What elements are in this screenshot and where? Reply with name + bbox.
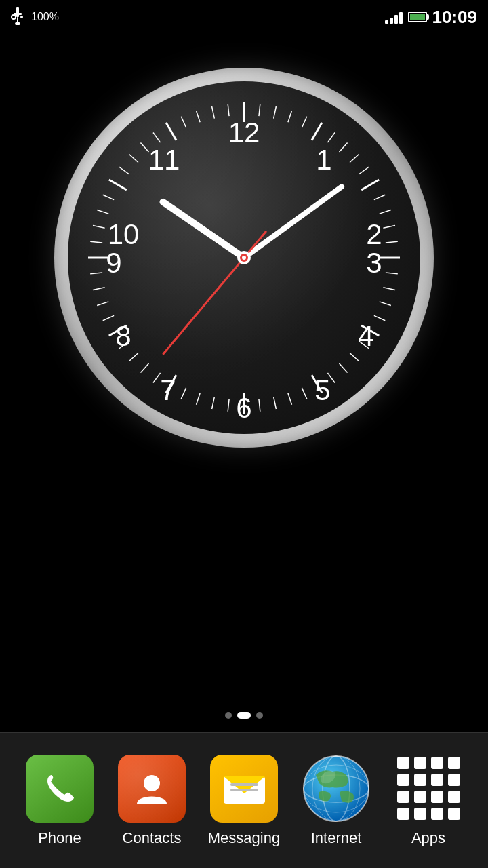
svg-line-20	[361, 180, 379, 190]
svg-rect-84	[230, 783, 258, 786]
clock-svg: 12 1 2 3 4 5 6 7 8 9 10 11	[68, 81, 420, 434]
svg-point-80	[242, 256, 246, 260]
svg-line-62	[103, 315, 114, 320]
svg-line-64	[93, 288, 105, 290]
status-right: 10:09	[385, 7, 478, 28]
status-left: 100%	[11, 7, 59, 26]
svg-line-26	[109, 326, 127, 336]
svg-text:12: 12	[228, 117, 260, 149]
svg-line-50	[302, 388, 306, 399]
svg-text:1: 1	[316, 144, 331, 176]
minute-hand	[244, 186, 342, 258]
svg-line-39	[380, 210, 391, 214]
svg-text:2: 2	[366, 218, 382, 250]
messaging-icon	[210, 755, 278, 823]
svg-line-41	[386, 241, 398, 243]
second-hand	[163, 232, 266, 354]
svg-line-33	[302, 117, 306, 127]
svg-line-43	[383, 288, 395, 290]
page-dot-2	[237, 712, 251, 719]
page-dot-1	[225, 712, 232, 719]
svg-line-73	[153, 133, 161, 143]
svg-line-49	[327, 373, 335, 383]
dock-item-contacts[interactable]: Contacts	[106, 755, 198, 847]
apps-label: Apps	[411, 829, 445, 847]
svg-line-34	[327, 133, 335, 143]
svg-line-45	[374, 315, 385, 320]
internet-icon	[302, 755, 370, 823]
svg-text:3: 3	[366, 247, 382, 279]
svg-line-54	[228, 399, 229, 412]
internet-label: Internet	[311, 829, 362, 847]
svg-line-31	[274, 106, 277, 119]
svg-line-36	[350, 154, 359, 162]
svg-line-46	[359, 341, 369, 349]
dock-item-phone[interactable]: Phone	[14, 755, 106, 847]
clock-outer-ring: 12 1 2 3 4 5 6 7 8 9 10 11	[54, 68, 434, 448]
svg-text:8: 8	[115, 320, 131, 352]
svg-line-44	[380, 302, 391, 306]
battery-icon	[408, 12, 427, 22]
svg-line-66	[90, 241, 102, 243]
page-indicator	[225, 712, 263, 719]
battery-percent-text: 100%	[31, 11, 59, 23]
svg-line-69	[103, 195, 114, 199]
signal-bars-icon	[385, 10, 403, 24]
svg-line-51	[288, 393, 292, 405]
svg-line-61	[119, 341, 129, 349]
contacts-label: Contacts	[123, 829, 182, 847]
svg-rect-0	[16, 7, 19, 17]
svg-point-2	[12, 15, 16, 19]
svg-point-79	[240, 254, 248, 262]
svg-line-77	[228, 104, 229, 116]
svg-line-67	[93, 226, 105, 229]
svg-line-63	[97, 302, 108, 306]
svg-line-55	[212, 397, 215, 409]
messaging-label: Messaging	[208, 829, 280, 847]
svg-line-71	[129, 154, 138, 162]
svg-line-48	[340, 363, 348, 372]
svg-point-3	[20, 16, 23, 18]
clock-face: 12 1 2 3 4 5 6 7 8 9 10 11	[68, 81, 420, 434]
phone-icon	[26, 755, 94, 823]
dock-item-messaging[interactable]: Messaging	[198, 755, 290, 847]
dock-item-internet[interactable]: Internet	[290, 755, 382, 847]
svg-line-29	[166, 123, 176, 140]
svg-line-25	[166, 375, 176, 393]
contacts-icon	[118, 755, 186, 823]
svg-line-53	[259, 399, 260, 412]
svg-line-59	[140, 363, 148, 372]
clock-widget[interactable]: 12 1 2 3 4 5 6 7 8 9 10 11	[54, 68, 434, 448]
svg-line-23	[312, 375, 322, 393]
svg-line-35	[340, 143, 348, 152]
svg-line-72	[140, 143, 148, 152]
svg-line-47	[350, 353, 359, 361]
svg-line-52	[274, 397, 277, 409]
svg-line-68	[97, 210, 108, 214]
svg-line-42	[386, 273, 398, 274]
phone-label: Phone	[38, 829, 81, 847]
svg-line-32	[288, 111, 292, 122]
svg-line-57	[181, 388, 186, 399]
svg-line-37	[359, 167, 369, 174]
dock-item-apps[interactable]: Apps	[382, 755, 474, 847]
svg-text:7: 7	[160, 374, 176, 406]
svg-line-38	[374, 195, 385, 199]
svg-text:11: 11	[148, 144, 180, 176]
hour-hand	[163, 202, 244, 258]
svg-line-70	[119, 167, 129, 174]
svg-rect-5	[15, 22, 20, 25]
svg-line-74	[181, 117, 186, 127]
svg-line-60	[129, 353, 138, 361]
svg-text:5: 5	[314, 374, 330, 406]
svg-line-65	[90, 273, 102, 274]
svg-line-75	[197, 111, 201, 122]
svg-line-76	[212, 106, 215, 119]
svg-text:6: 6	[236, 392, 251, 424]
svg-text:9: 9	[106, 247, 121, 279]
status-bar: 100% 10:09	[0, 0, 488, 34]
svg-line-19	[312, 123, 322, 140]
dock: Phone Contacts Messaging	[0, 732, 488, 868]
svg-line-58	[153, 373, 161, 383]
svg-point-81	[144, 775, 160, 791]
